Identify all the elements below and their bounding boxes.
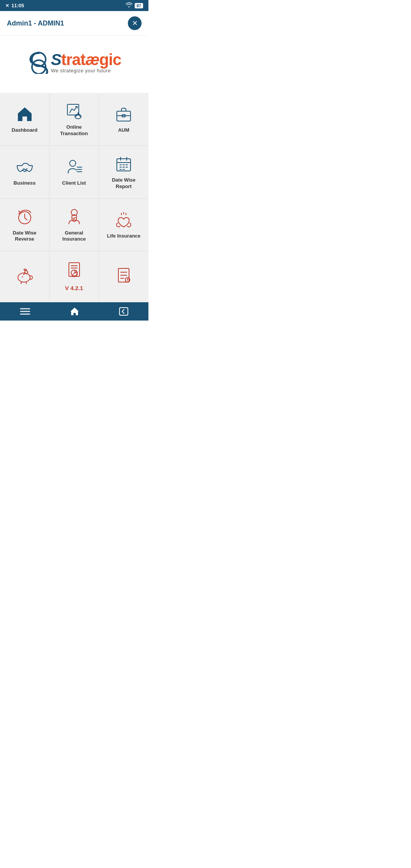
menu-item-aum[interactable]: AUM <box>99 93 148 146</box>
logo-main-text: Stratægic <box>51 52 121 68</box>
svg-point-9 <box>70 160 76 166</box>
menu-item-general-insurance[interactable]: GeneralInsurance <box>49 199 99 252</box>
svg-rect-2 <box>23 116 26 121</box>
status-bar: ✕ 11:05 87 <box>0 0 148 11</box>
status-bar-left: ✕ 11:05 <box>5 3 24 8</box>
svg-line-32 <box>21 282 22 284</box>
menu-item-business[interactable]: Business <box>0 146 49 199</box>
general-insurance-label: GeneralInsurance <box>62 230 86 243</box>
logo-text: Stratægic We strategize your future <box>51 52 121 73</box>
person-list-icon <box>64 157 84 177</box>
home-icon <box>15 104 35 124</box>
svg-point-34 <box>22 276 23 277</box>
menu-item-life-insurance[interactable]: Life Insurance <box>99 199 148 252</box>
business-label: Business <box>14 180 36 187</box>
svg-rect-35 <box>24 269 26 270</box>
close-icon: ✕ <box>132 19 138 27</box>
nav-back-button[interactable] <box>119 307 129 316</box>
calendar-icon <box>114 154 134 174</box>
report-icon <box>64 260 84 279</box>
date-wise-report-label: Date WiseReport <box>112 177 135 190</box>
version-text: V 4.2.1 <box>65 285 83 291</box>
menu-item-alert-list[interactable] <box>99 251 148 302</box>
online-transaction-label: OnlineTransaction <box>60 124 88 137</box>
svg-point-46 <box>127 281 128 281</box>
menu-item-client-list[interactable]: Client List <box>49 146 99 199</box>
person-shield-icon <box>64 207 84 227</box>
nav-menu-button[interactable] <box>20 307 30 316</box>
menu-item-dashboard[interactable]: Dashboard <box>0 93 49 146</box>
clock-reverse-icon <box>15 207 35 227</box>
header: Admin1 - ADMIN1 ✕ <box>0 11 148 36</box>
status-time: 11:05 <box>11 3 24 8</box>
piggy-bank-icon <box>15 265 35 285</box>
status-bar-right: 87 <box>126 2 143 9</box>
svg-rect-51 <box>119 308 128 315</box>
nav-home-icon <box>70 307 80 316</box>
briefcase-icon <box>114 104 134 124</box>
date-wise-reverse-label: Date WiseReverse <box>13 230 36 243</box>
life-insurance-label: Life Insurance <box>107 233 140 239</box>
menu-item-date-wise-reverse[interactable]: Date WiseReverse <box>0 199 49 252</box>
bottom-nav <box>0 302 148 321</box>
chart-hand-icon <box>64 101 84 121</box>
logo-area: Stratægic We strategize your future <box>0 36 148 93</box>
logo-mark <box>27 51 50 74</box>
heart-hands-icon <box>114 210 134 230</box>
version-row: V 4.2.1 <box>63 282 86 294</box>
notification-icon: ✕ <box>5 3 9 8</box>
menu-grid: Dashboard OnlineTransaction AUM Business <box>0 93 148 302</box>
aum-label: AUM <box>118 127 129 134</box>
logo-container: Stratægic We strategize your future <box>27 51 121 74</box>
battery-indicator: 87 <box>135 3 143 8</box>
menu-item-piggy-bank[interactable] <box>0 251 49 302</box>
nav-home-button[interactable] <box>70 307 80 316</box>
header-title: Admin1 - ADMIN1 <box>7 19 64 27</box>
close-button[interactable]: ✕ <box>128 16 142 30</box>
logo-tagline: We strategize your future <box>51 68 111 73</box>
handshake-icon <box>15 157 35 177</box>
alert-list-icon <box>114 265 134 285</box>
hamburger-icon <box>20 307 30 316</box>
menu-item-online-transaction[interactable]: OnlineTransaction <box>49 93 99 146</box>
client-list-label: Client List <box>62 180 86 187</box>
nav-back-icon <box>119 307 129 316</box>
menu-item-report-chart[interactable]: V 4.2.1 <box>49 251 99 302</box>
dashboard-label: Dashboard <box>12 127 38 134</box>
svg-marker-50 <box>70 308 79 315</box>
menu-item-date-wise-report[interactable]: Date WiseReport <box>99 146 148 199</box>
wifi-icon <box>126 2 132 9</box>
